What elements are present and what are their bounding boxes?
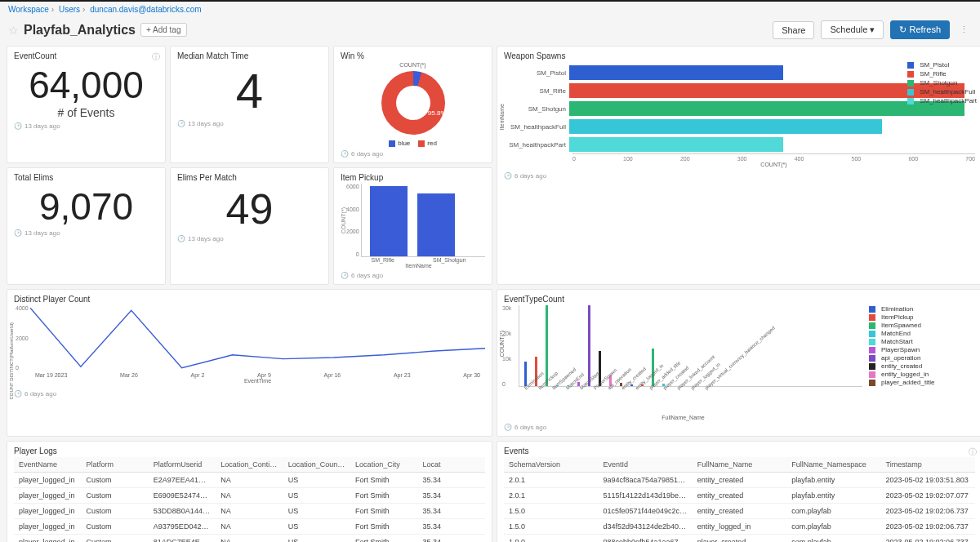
table-row[interactable]: player_logged_inCustomE6909E52474577441C… — [14, 488, 485, 504]
vbar — [546, 305, 548, 386]
col-header[interactable]: Timestamp — [881, 457, 975, 473]
table-row[interactable]: 2.0.15115f14122d143d19be3fab1d6372ad3ent… — [504, 488, 975, 504]
col-header[interactable]: EventName — [14, 457, 81, 473]
card-elimsper: Elims Per Match 49 🕑13 days ago — [170, 167, 329, 285]
col-header[interactable]: Locat — [418, 457, 485, 473]
card-title: EventTypeCount — [504, 295, 975, 304]
bc-email[interactable]: duncan.davis@databricks.com — [90, 5, 201, 14]
card-dpc: Distinct Player Count COUNT DISTINCT(Pla… — [7, 289, 492, 437]
clock-icon: 🕑 — [177, 235, 185, 242]
card-title: Total Elims — [14, 173, 158, 182]
hbar — [569, 83, 964, 98]
card-title: Elims Per Match — [177, 173, 322, 182]
bc-users[interactable]: Users — [59, 5, 80, 14]
eventcount-sub: # of Events — [14, 106, 158, 119]
col-header[interactable]: Location_ContinentCode — [216, 457, 283, 473]
col-header[interactable]: Platform — [81, 457, 148, 473]
info-icon[interactable]: ⓘ — [969, 446, 977, 458]
clock-icon: 🕑 — [341, 272, 349, 279]
donut-chart: 95.8% — [381, 71, 445, 135]
card-winpct: Win % COUNT(*) 95.8% blue red 🕑6 days ag… — [333, 46, 492, 163]
line-chart — [30, 305, 485, 371]
card-title: Events — [504, 446, 975, 455]
breadcrumb: Workspace› Users› duncan.davis@databrick… — [0, 2, 980, 17]
card-totalelims: Total Elims 9,070 🕑13 days ago — [7, 167, 166, 285]
card-title: Weapon Spawns — [504, 51, 975, 60]
share-button[interactable]: Share — [773, 21, 814, 39]
col-header[interactable]: FullName_Name — [693, 457, 786, 473]
page-title: Playfab_Analytics — [24, 23, 136, 38]
totalelims-value: 9,070 — [14, 187, 158, 226]
eventcount-value: 64,000 — [14, 65, 158, 104]
col-header[interactable]: FullName_Namespace — [786, 457, 880, 473]
table-row[interactable]: 1.0.0088cebb0efb54a1aa679d16ce96361a3a7p… — [504, 535, 975, 543]
hbar — [569, 137, 783, 152]
clock-icon: 🕑 — [504, 424, 512, 431]
table-row[interactable]: player_logged_inCustomA93795ED042CEA4286… — [14, 519, 485, 535]
card-events: ⓘ Events SchemaVersionEventIdFullName_Na… — [497, 441, 980, 542]
table-row[interactable]: player_logged_inCustom81ADC7EE4EC73DF048… — [14, 535, 485, 543]
vbar — [652, 349, 654, 386]
card-playerlogs: Player Logs EventNamePlatformPlatformUse… — [7, 441, 492, 542]
col-header[interactable]: PlatformUserid — [149, 457, 216, 473]
table-row[interactable]: 1.5.0d34f52d943124de2b40e18d7671e24c3ent… — [504, 519, 975, 535]
card-itempickup: Item Pickup COUNT(*) 6000400020000 SM_Ri… — [333, 167, 492, 285]
vbar — [524, 362, 527, 386]
table-row[interactable]: player_logged_inCustomE2A97EEA41D15DBEAF… — [14, 473, 485, 488]
medianmatch-value: 4 — [177, 65, 322, 117]
clock-icon: 🕑 — [341, 150, 349, 158]
card-eventcount: ⓘ EventCount 64,000 # of Events 🕑13 days… — [7, 46, 166, 163]
star-icon[interactable]: ☆ — [8, 24, 19, 37]
hbar — [569, 119, 882, 134]
card-title: Player Logs — [14, 446, 485, 455]
hbar — [569, 101, 964, 116]
clock-icon: 🕑 — [177, 120, 185, 127]
hbar — [569, 65, 783, 80]
elimsper-value: 49 — [177, 187, 322, 232]
clock-icon: 🕑 — [14, 390, 22, 398]
table-row[interactable]: 1.5.001c5fe0571f44e049c2cc0d945c74bf8ent… — [504, 504, 975, 519]
col-header[interactable]: Location_City — [350, 457, 417, 473]
bc-workspace[interactable]: Workspace — [8, 5, 49, 14]
clock-icon: 🕑 — [14, 122, 22, 130]
col-header[interactable]: Location_CountryCode — [283, 457, 350, 473]
schedule-button[interactable]: Schedule ▾ — [821, 20, 884, 39]
clock-icon: 🕑 — [504, 172, 512, 180]
card-title: EventCount — [14, 51, 158, 60]
card-medianmatch: Median Match Time 4 🕑13 days ago — [170, 46, 329, 163]
card-evttype: EventTypeCount COUNT(*) 30k20k10k0 Elimi… — [497, 289, 980, 437]
kebab-icon[interactable]: ⋮ — [956, 24, 972, 35]
col-header[interactable]: SchemaVersion — [504, 457, 598, 473]
refresh-button[interactable]: ↻ Refresh — [890, 20, 950, 39]
card-title: Item Pickup — [341, 173, 485, 182]
events-table[interactable]: SchemaVersionEventIdFullName_NameFullNam… — [504, 457, 975, 542]
playerlogs-table[interactable]: EventNamePlatformPlatformUseridLocation_… — [14, 457, 485, 542]
card-weaponspawns: Weapon Spawns SM_PistolSM_RifleSM_Shotgu… — [497, 46, 980, 285]
table-row[interactable]: player_logged_inCustom53DD8B0A14484D9A4D… — [14, 504, 485, 519]
table-row[interactable]: 2.0.19a94cf8aca754a79851104d4c9af2b8a92e… — [504, 473, 975, 488]
donut-legend: blue red — [389, 140, 437, 147]
clock-icon: 🕑 — [14, 229, 22, 237]
vbar — [588, 305, 590, 386]
card-title: Win % — [341, 51, 485, 60]
add-tag-button[interactable]: + Add tag — [140, 23, 187, 37]
card-title: Median Match Time — [177, 51, 322, 60]
col-header[interactable]: EventId — [598, 457, 692, 473]
bar — [370, 186, 408, 256]
card-title: Distinct Player Count — [14, 295, 485, 304]
info-icon[interactable]: ⓘ — [152, 51, 160, 63]
bar — [417, 193, 455, 256]
